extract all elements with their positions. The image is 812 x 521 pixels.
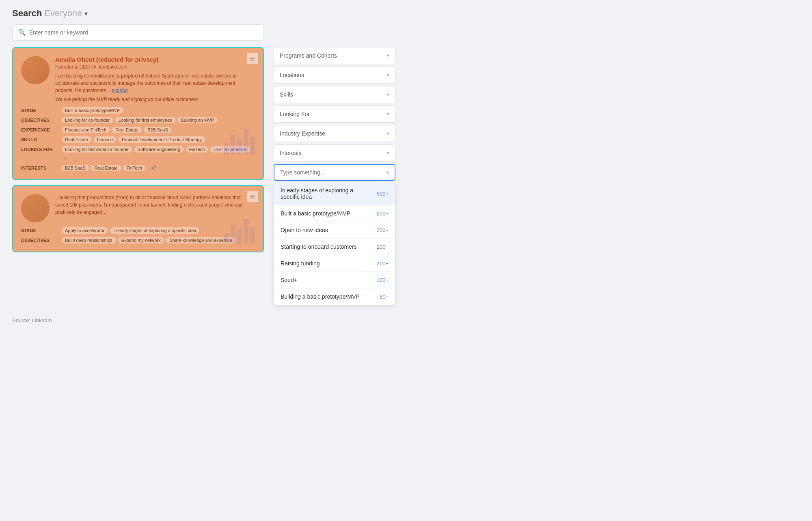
skill-tag-2: Finance [94,136,116,143]
type-something-input[interactable] [280,169,387,176]
stage-label: STAGE [21,107,58,113]
looking-for-label: LOOKING FOR [21,146,58,152]
watermark-chart-1 [224,129,255,155]
filter-label-skills: Skills [280,91,293,98]
filter-label-locations: Locations [280,72,304,78]
dropdown-item-6[interactable]: Building a basic prototype/MVP 50+ [274,288,395,305]
lf-tag-2: Software Engineering [134,146,184,153]
skill-tag-1: Real Estate [62,136,91,143]
filter-label-programs: Programs and Cohorts [280,52,337,59]
item-count-2: 200+ [377,227,389,233]
obj-tag-1: Looking for co-founder [62,117,113,123]
objectives-row: OBJECTIVES Looking for co-founder Lookin… [21,117,255,123]
avatar-2 [21,194,50,222]
dropdown-item-2[interactable]: Open to new ideas 200+ ← [274,222,395,239]
item-text-3: Starting to onboard customers [281,243,374,250]
obj-tag-3: Building an MVP [178,117,217,123]
stage-tag: Built a basic prototype/MVP [62,107,123,114]
filter-looking-for[interactable]: Looking For ▾ [274,105,395,123]
dropdown-item-3[interactable]: Starting to onboard customers 200+ [274,239,395,255]
chevron-down-icon-1: ▾ [387,72,389,78]
item-text-6: Building a basic prototype/MVP [281,293,376,300]
interests-label: INTERESTS [21,165,58,170]
item-text-5: Seed+ [281,277,374,283]
active-type-input: ▾ [274,164,395,181]
card-bookmark-1[interactable]: ⊞ [247,53,258,64]
obj-tag-2: Looking for first employees [115,117,175,123]
dropdown-item-0[interactable]: In early stages of exploring a specific … [274,182,395,205]
cards-area: Amalia Ghent (redacted for privacy) Foun… [12,47,264,257]
filter-label-looking-for: Looking For [280,111,310,117]
stage-row-2: STAGE Apply to accelerator In early stag… [21,227,255,234]
chevron-down-icon-3: ▾ [387,111,389,117]
avatar-1 [21,56,50,84]
item-text-0: In early stages of exploring a specific … [281,187,374,200]
page-title-everyone: Everyone [44,8,82,19]
profile-card-2: ...building that product from (from) to … [12,185,264,252]
obj2-tag-1: Build deep relationships [62,237,116,243]
chevron-down-icon-0: ▾ [387,53,389,58]
objectives-label-2: OBJECTIVES [21,237,58,243]
item-count-3: 200+ [377,244,389,250]
item-text-2: Open to new ideas [281,227,374,233]
item-count-0: 500+ [377,191,389,197]
page-title-search: Search [12,8,42,19]
dropdown-list: In early stages of exploring a specific … [274,182,395,305]
item-count-6: 50+ [380,294,389,300]
watermark-chart-2 [224,219,255,243]
search-bar: 🔍 [12,24,264,41]
filter-interests[interactable]: Interests ▾ [274,144,395,161]
profile-title-1: Founder & CEO @ itembuild.com [55,64,255,70]
chevron-down-icon-5: ▾ [387,150,389,156]
lf-tag-1: Looking for technical co-founder [62,146,132,153]
int-tag-more: +7 [148,165,160,171]
chevron-down-icon-2: ▾ [387,92,389,97]
int-tag-1: B2B SaaS [62,165,89,171]
lf-tag-3: FinTech [186,146,208,153]
skill-tag-3: Product Development / Product Strategy [119,136,205,143]
skills-row: SKILLS Real Estate Finance Product Devel… [21,136,255,143]
page-header: Search Everyone ▾ [12,8,800,19]
item-text-1: Built a basic prototype/MVP [281,210,374,217]
looking-for-row: LOOKING FOR Looking for technical co-fou… [21,146,255,161]
stage-row: STAGE Built a basic prototype/MVP [21,107,255,114]
int-tag-2: Real Estate [91,165,121,171]
card-bookmark-2[interactable]: ⊞ [247,191,258,202]
filter-label-interests: Interests [280,150,302,156]
search-icon: 🔍 [18,29,26,36]
bio-expand-link[interactable]: expand [112,88,127,93]
filter-locations[interactable]: Locations ▾ [274,67,395,84]
interests-row: INTERESTS B2B SaaS Real Estate FinTech +… [21,165,255,171]
profile-status-1: We are getting the MVP ready and signing… [55,97,255,102]
stage-label-2: STAGE [21,227,58,233]
exp-tag-2: Real Estate [112,127,142,133]
dropdown-item-4[interactable]: Raising funding 200+ [274,255,395,272]
chevron-down-icon-4: ▾ [387,131,389,136]
objectives-label: OBJECTIVES [21,117,58,123]
filter-skills[interactable]: Skills ▾ [274,86,395,103]
obj2-tag-2: Expand my network [118,237,164,243]
stage2-tag-2: In early stages of exploring a specific … [110,227,199,234]
search-input[interactable] [29,29,258,36]
profile-bio-2: ...building that product from (from) to … [55,194,255,216]
stage2-tag-1: Apply to accelerator [62,227,108,234]
item-count-1: 200+ [377,211,389,217]
profile-name-1: Amalia Ghent (redacted for privacy) [55,56,255,63]
exp-tag-3: B2B SaaS [144,127,171,133]
skills-label: SKILLS [21,136,58,142]
profile-bio-1: I am building itembuild.com, a proptech … [55,72,255,94]
int-tag-3: FinTech [123,165,146,171]
filter-programs-cohorts[interactable]: Programs and Cohorts ▾ [274,47,395,64]
item-count-5: 100+ [377,277,389,283]
dropdown-item-1[interactable]: Built a basic prototype/MVP 200+ [274,205,395,222]
objectives-row-2: OBJECTIVES Build deep relationships Expa… [21,237,255,243]
experience-row: EXPERIENCE Finance and FinTech Real Esta… [21,127,255,133]
dropdown-item-5[interactable]: Seed+ 100+ [274,272,395,288]
item-count-4: 200+ [377,260,389,267]
profile-card-1: Amalia Ghent (redacted for privacy) Foun… [12,47,264,180]
exp-tag-1: Finance and FinTech [62,127,110,133]
dropdown-caret-icon[interactable]: ▾ [84,10,88,17]
source-line: Source: LinkedIn [12,317,800,323]
filter-label-industry: Industry Expertise [280,130,325,137]
filter-industry-expertise[interactable]: Industry Expertise ▾ [274,125,395,142]
